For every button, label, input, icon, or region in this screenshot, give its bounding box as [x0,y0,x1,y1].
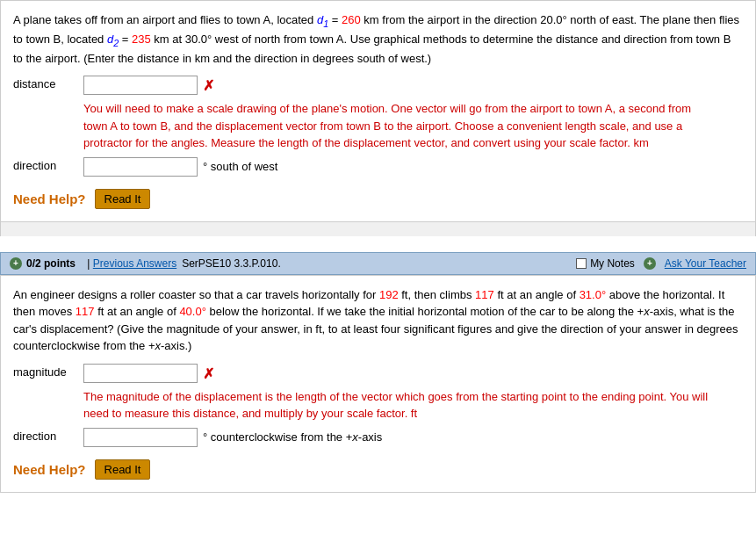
xaxis2-italic: x [155,339,161,352]
need-help-label-1: Need Help? [13,191,86,206]
magnitude-error-text: The magnitude of the displacement is the… [83,390,708,421]
val3: 31.0° [580,288,607,301]
val2: 117 [475,288,494,301]
direction-row-1: direction ° south of west [13,157,743,177]
xaxis-italic: x [644,305,650,318]
d1-value: 260 [342,13,361,26]
distance-input[interactable] [83,76,198,95]
d2-variable: d2 [107,33,119,46]
magnitude-error-suffix: ft [407,407,417,420]
need-help-row-2: Need Help? Read It [13,459,743,480]
points-badge: + [10,257,22,270]
val4: 117 [76,305,95,318]
direction-label-2: direction [13,428,83,443]
section-spacer [0,222,756,236]
direction-label-1: direction [13,157,83,172]
points-text: 0/2 points [26,257,76,270]
header-right-links: My Notes + Ask Your Teacher [576,257,746,270]
problem-text-1: A plane takes off from an airport and fl… [13,11,743,67]
direction-suffix-2: ° counterclockwise from the +x-axis [203,428,382,444]
my-notes-checkbox[interactable] [576,258,587,269]
d1-eq: = [328,13,342,26]
section-2-header: + 0/2 points | Previous Answers SerPSE10… [0,252,756,275]
distance-label: distance [13,76,83,90]
distance-error-text: You will need to make a scale drawing of… [83,102,691,149]
magnitude-row: magnitude ✗ [13,364,743,383]
d2-eq: = [119,33,132,46]
val1: 192 [379,288,399,301]
read-it-button-1[interactable]: Read It [95,189,151,209]
problem-section-2: An engineer designs a roller coaster so … [0,275,756,493]
distance-error-message: You will need to make a scale drawing of… [83,100,716,152]
previous-answers-link[interactable]: Previous Answers [93,257,176,270]
ask-teacher-link[interactable]: Ask Your Teacher [665,257,746,270]
xaxis3-italic: x [352,430,358,444]
d2-value: 235 [132,33,151,46]
problem-text-2: An engineer designs a roller coaster so … [13,286,743,355]
d1-variable: d1 [317,13,328,26]
distance-error-suffix: km [630,136,649,149]
separator: | [84,257,93,270]
val5: 40.0° [179,305,206,318]
direction-suffix-1: ° south of west [203,157,277,173]
need-help-row-1: Need Help? Read It [13,189,743,209]
problem-id: SerPSE10 3.3.P.010. [182,257,281,270]
my-notes-label: My Notes [590,257,635,270]
error-icon-magnitude: ✗ [203,365,214,382]
read-it-button-2[interactable]: Read It [95,459,151,480]
my-notes-link[interactable]: My Notes [576,257,635,270]
magnitude-input[interactable] [83,364,198,383]
ask-teacher-badge: + [644,257,656,270]
magnitude-error-message: The magnitude of the displacement is the… [83,388,716,423]
direction-input-1[interactable] [83,157,198,177]
direction-input-2[interactable] [83,428,198,447]
error-icon-distance: ✗ [203,77,214,94]
direction-row-2: direction ° counterclockwise from the +x… [13,428,743,447]
distance-row: distance ✗ [13,76,743,95]
magnitude-label: magnitude [13,364,83,379]
need-help-label-2: Need Help? [13,462,86,477]
problem-section-1: A plane takes off from an airport and fl… [0,0,756,222]
